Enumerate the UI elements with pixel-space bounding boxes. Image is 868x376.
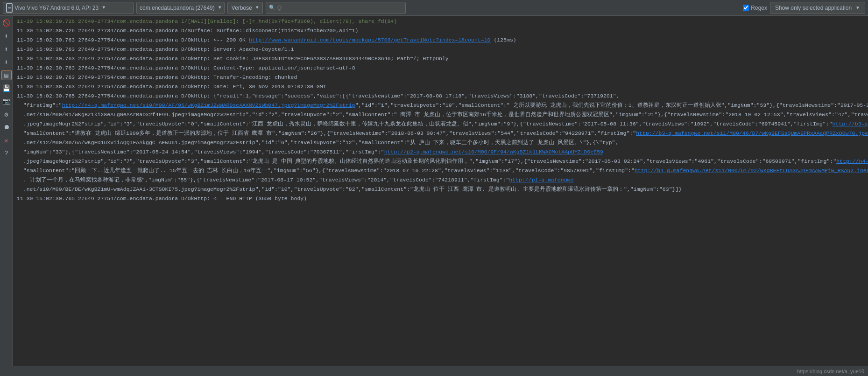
device-selector-text: Vivo Vivo Y67 Android 6.0, API 23 xyxy=(14,5,99,11)
search-input[interactable] xyxy=(277,5,402,11)
regex-label: Regex xyxy=(751,5,767,11)
settings-icon[interactable]: ⚙ xyxy=(1,109,12,119)
app-dropdown-arrow: ▼ xyxy=(219,5,221,10)
log-line: .jpeg?imageMogr2%2Fstrip","id":"3","trav… xyxy=(13,119,868,129)
previous-icon[interactable]: ⬆ xyxy=(1,44,12,54)
log-line: 11-30 15:02:30.763 27649-27754/com.encda… xyxy=(13,63,868,73)
regex-checkbox[interactable]: Regex xyxy=(743,5,767,11)
regex-checkbox-input[interactable] xyxy=(743,5,749,11)
log-line: 11-30 15:02:30.763 27649-27754/com.encda… xyxy=(13,82,868,91)
log-line: 11-30 15:02:30.763 27649-27754/com.encda… xyxy=(13,73,868,82)
log-link[interactable]: http://b3-q.mafengwo.net/s11/M00/46/D7/w… xyxy=(636,129,868,138)
log-link[interactable]: http://p1-q.mafengwo xyxy=(509,176,573,184)
log-line: "firstImg":"http://n4-q.mafengwo.net/s10… xyxy=(13,101,868,110)
log-line: 11-30 15:02:30.763 27649-27754/com.encda… xyxy=(13,35,868,45)
log-line: .net/s10/M00/01/wKgBZ1kiX8eALgNeAArBaDx2… xyxy=(13,110,868,119)
log-link[interactable]: http://b4-q.mafengwo.net/s11/M00/61/92/w… xyxy=(635,167,868,175)
log-line: 11-30 15:02:30.763 27649-27754/com.encda… xyxy=(13,54,868,63)
log-line: 11-30 15:02:30.763 27649-27754/com.encda… xyxy=(13,45,868,54)
search-icon: 🔍 xyxy=(269,5,275,11)
level-selector-text: Verbose xyxy=(232,5,252,11)
log-line: .net/s10/M00/BE/DE/wKgBZ1mU-wmAdqJZAAi-3… xyxy=(13,185,868,194)
log-link[interactable]: http://n4-q.mafengwo.net/s10/M00/AF/95/w… xyxy=(62,101,355,110)
log-link[interactable]: http://n4-q.mafengwo.net/s10/M00/FC/10/w… xyxy=(836,157,868,166)
log-link[interactable]: http://www.wanandroid.com/tools/mockapi/… xyxy=(249,36,491,44)
log-area[interactable]: 11-30 15:02:30.726 27649-27734/com.encda… xyxy=(13,16,868,366)
help-icon[interactable]: ? xyxy=(1,148,12,159)
toolbar: Vivo Vivo Y67 Android 6.0, API 23 ▼ com.… xyxy=(0,0,868,16)
log-link[interactable]: http://p2-q.mafengwo.net/s10/M00/9F/94/w… xyxy=(384,148,603,156)
status-url: https://blog.csdn.net/a_yue10 xyxy=(797,369,864,374)
next-icon[interactable]: ⬇ xyxy=(1,57,12,67)
main-layout: 🚫 ⬇ ⬆ ⬇ ▤ 💾 📷 ⚙ ⏺ ✕ ? 11-30 15:02:30.726… xyxy=(0,16,868,366)
scroll-end-icon[interactable]: ⬇ xyxy=(1,31,12,41)
save-icon[interactable]: 💾 xyxy=(1,83,12,93)
log-line: .net/s12/M00/30/6A/wKgED1uxviiAQQIFAAkgg… xyxy=(13,138,868,147)
show-selected-arrow: ▼ xyxy=(855,5,860,10)
log-line: "smallContent":"回顾一下..近几年逢五一就爬山了.. 15年五一… xyxy=(13,166,868,175)
show-selected-label: Show only selected application xyxy=(775,5,852,11)
log-link[interactable]: http://b3-q.mafengwo.net/s10/M00/2D/CC/w… xyxy=(833,120,868,128)
left-sidebar: 🚫 ⬇ ⬆ ⬇ ▤ 💾 📷 ⚙ ⏺ ✕ ? xyxy=(0,16,13,366)
log-line: 11-30 15:02:30.726 27649-27734/com.encda… xyxy=(13,26,868,35)
log-line: . 计划了一个月，在马蜂窝找各种游记，非常感","imgNum":"55"},{… xyxy=(13,175,868,185)
log-line: 11-30 15:02:30.726 27649-27734/com.encda… xyxy=(13,17,868,26)
camera-icon[interactable]: 📷 xyxy=(1,96,12,106)
device-selector[interactable]: Vivo Vivo Y67 Android 6.0, API 23 ▼ xyxy=(3,2,134,14)
search-box: 🔍 xyxy=(266,2,406,14)
status-bar: https://blog.csdn.net/a_yue10 xyxy=(0,366,868,376)
app-selector-text: com.encdata.pandora (27649) xyxy=(140,5,215,11)
record-icon[interactable]: ⏺ xyxy=(1,122,12,132)
log-line: "smallContent":"道教在 龙虎山 绵延1800多年，是道教正一派的… xyxy=(13,129,868,138)
close-icon[interactable]: ✕ xyxy=(1,135,12,146)
log-line: "imgNum":"33"},{"travelsNewstime":"2017-… xyxy=(13,147,868,157)
device-dropdown-arrow: ▼ xyxy=(102,5,105,10)
log-line: .jpeg?imageMogr2%2Fstrip","id":"7","trav… xyxy=(13,157,868,166)
log-line: 11-30 15:02:30.765 27649-27754/com.encda… xyxy=(13,91,868,101)
filter-icon[interactable]: ▤ xyxy=(1,70,12,80)
level-selector[interactable]: Verbose ▼ xyxy=(227,2,263,14)
app-selector[interactable]: com.encdata.pandora (27649) ▼ xyxy=(136,2,225,14)
show-selected-button[interactable]: Show only selected application ▼ xyxy=(770,2,865,14)
device-icon xyxy=(6,3,13,13)
log-line: 11-30 15:02:30.765 27649-27754/com.encda… xyxy=(13,194,868,203)
level-dropdown-arrow: ▼ xyxy=(256,5,259,10)
clear-logcat-icon[interactable]: 🚫 xyxy=(1,18,12,28)
